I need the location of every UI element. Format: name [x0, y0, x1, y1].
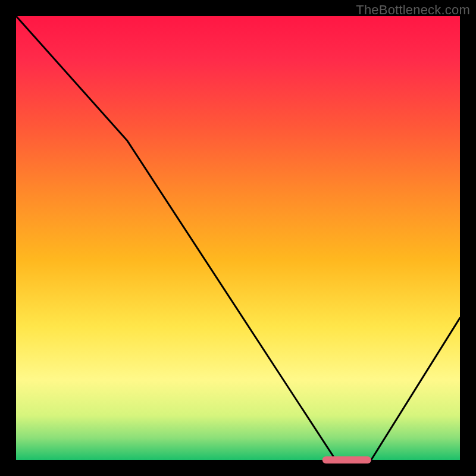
plot-background: [16, 16, 460, 460]
watermark-text: TheBottleneck.com: [356, 2, 470, 18]
optimal-marker: [322, 456, 371, 464]
chart-frame: TheBottleneck.com: [0, 0, 476, 476]
bottleneck-chart: [0, 0, 476, 476]
